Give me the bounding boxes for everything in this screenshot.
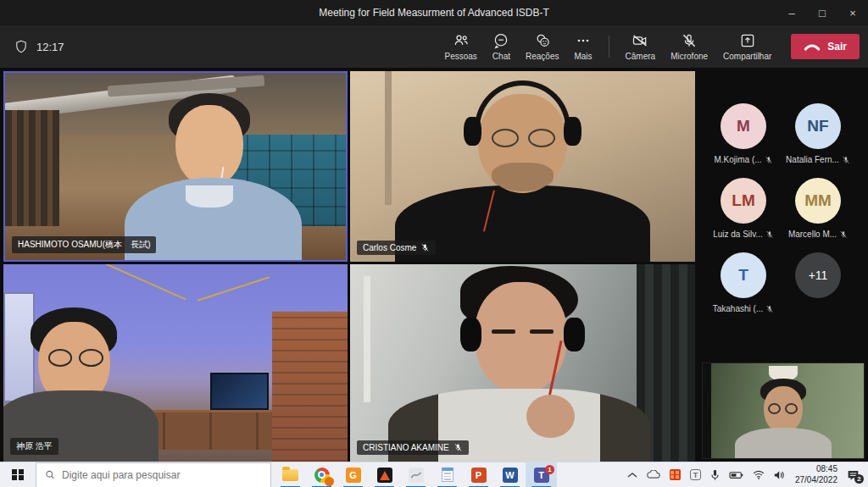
video-tile-hashimoto[interactable]: HASHIMOTO OSAMU(橋本 長試) [3, 71, 348, 262]
notification-center-button[interactable]: 2 [847, 469, 860, 481]
video-stage: HASHIMOTO OSAMU(橋本 長試) Carlos Cosme [0, 68, 868, 462]
participant-avatar-marcello[interactable]: MM Marcello M... [780, 178, 856, 239]
more-button-label: Mais [574, 52, 592, 61]
headphone-earcup [460, 318, 481, 351]
camera-button[interactable]: Câmera [618, 27, 664, 66]
glasses [528, 129, 556, 148]
participant-name: HASHIMOTO OSAMU(橋本 長試) [18, 239, 150, 251]
leave-button[interactable]: Sair [791, 34, 860, 59]
participant-label-text: Marcello M... [788, 230, 837, 239]
powerpoint-logo-icon: P [471, 468, 487, 483]
eyebrow [492, 329, 515, 335]
video-tile-cristiano[interactable]: CRISTIANO AKAMINE [350, 264, 695, 462]
participant-label-text: Natalia Fern... [786, 155, 839, 164]
share-button[interactable]: Compartilhar [715, 27, 779, 66]
search-input[interactable] [62, 469, 262, 481]
chrome-icon[interactable] [306, 462, 337, 487]
teams-meeting-window: Meeting for Field Measurment of Advanced… [0, 0, 868, 487]
notification-count-badge: 2 [854, 474, 864, 484]
avatar: T [721, 252, 766, 298]
mic-muted-icon [839, 230, 848, 239]
participant-label: Luiz da Silv... [713, 230, 774, 239]
self-view-tile[interactable] [702, 362, 865, 459]
word-logo-icon: W [503, 468, 518, 483]
participant-name: Carlos Cosme [363, 243, 416, 252]
reactions-button[interactable]: Reações [518, 27, 566, 66]
door-frame [385, 71, 392, 205]
system-tray: T 08:45 27/04/2022 2 [627, 464, 868, 485]
teams-tray-icon[interactable]: T [690, 469, 701, 480]
participant-label: Takahashi (... [713, 304, 774, 313]
participant-name-label: HASHIMOTO OSAMU(橋本 長試) [12, 236, 156, 253]
video-feed [350, 264, 695, 462]
overflow-avatar: +11 [795, 252, 841, 298]
matlab-icon[interactable] [369, 462, 400, 487]
matlab-logo-icon [377, 468, 392, 483]
maximize-button[interactable]: □ [807, 0, 837, 25]
drawing-app-icon[interactable] [400, 462, 431, 487]
more-icon [575, 32, 592, 49]
file-explorer-icon[interactable] [275, 462, 306, 487]
participant-label-text: Takahashi (... [713, 304, 763, 313]
wifi-icon[interactable] [753, 470, 765, 479]
participant-avatar-natalia[interactable]: NF Natalia Fern... [780, 103, 856, 164]
microphone-button[interactable]: Microfone [663, 27, 715, 66]
participant-overflow-count[interactable]: +11 [780, 252, 856, 298]
toolbar-buttons: Pessoas Chat Reações Mais Câmera Mic [437, 27, 868, 66]
window-controls: – □ × [776, 0, 868, 25]
g-app-icon[interactable]: G [337, 462, 369, 487]
participant-label-text: M.Kojima (... [714, 155, 761, 164]
beard-shadow [492, 163, 554, 191]
meeting-info: 12:17 [14, 39, 64, 54]
meeting-timer: 12:17 [36, 41, 64, 53]
taskbar-search[interactable] [36, 462, 271, 487]
headphone-earcup [564, 318, 584, 351]
teams-badge: 1 [545, 465, 554, 474]
notepad-icon[interactable] [431, 462, 463, 487]
window-frame [364, 276, 370, 402]
participant-avatar-mkojima[interactable]: M M.Kojima (... [705, 103, 782, 164]
close-button[interactable]: × [837, 0, 868, 25]
microphone-button-label: Microfone [670, 52, 708, 61]
hangup-icon [804, 42, 821, 52]
ceiling-mobile [103, 264, 186, 300]
minimize-button[interactable]: – [776, 0, 807, 25]
powerpoint-icon[interactable]: P [463, 462, 494, 487]
brick-wall [272, 312, 348, 462]
people-button[interactable]: Pessoas [437, 27, 485, 66]
video-tile-carlos[interactable]: Carlos Cosme [350, 71, 695, 262]
shirt-collar [186, 185, 233, 208]
onedrive-icon[interactable] [647, 470, 660, 479]
security-alert-icon[interactable] [670, 469, 681, 480]
participant-name: 神原 浩平 [16, 440, 53, 452]
more-button[interactable]: Mais [566, 27, 599, 66]
participant-name-label: 神原 浩平 [10, 438, 58, 455]
tray-expand-icon[interactable] [627, 472, 637, 479]
person-head [175, 105, 243, 187]
room-window [3, 292, 35, 402]
participant-avatar-takahashi[interactable]: T Takahashi (... [705, 252, 782, 313]
start-button[interactable] [0, 462, 36, 487]
people-icon [453, 32, 470, 49]
taskbar-clock[interactable]: 08:45 27/04/2022 [795, 464, 837, 485]
chrome-badge [325, 477, 334, 486]
video-tile-kanbara[interactable]: 神原 浩平 [3, 264, 348, 462]
participant-name-label: Carlos Cosme [357, 241, 436, 255]
word-icon[interactable]: W [494, 462, 526, 487]
tray-date: 27/04/2022 [795, 475, 837, 486]
windows-taskbar: G P W T 1 T [0, 462, 868, 487]
chat-icon [492, 32, 509, 49]
mic-tray-icon[interactable] [710, 469, 720, 481]
share-icon [739, 32, 756, 49]
mic-muted-icon [420, 243, 430, 252]
volume-icon[interactable] [774, 470, 786, 480]
participant-label: Marcello M... [788, 230, 848, 239]
battery-icon[interactable] [729, 471, 743, 479]
mic-muted-icon [765, 305, 774, 313]
search-icon [45, 469, 55, 480]
participant-avatar-luiz[interactable]: LM Luiz da Silv... [705, 178, 782, 239]
chat-button[interactable]: Chat [485, 27, 518, 66]
participant-label-text: Luiz da Silv... [713, 230, 763, 239]
teams-icon[interactable]: T 1 [526, 462, 557, 487]
mic-muted-icon [765, 230, 774, 239]
